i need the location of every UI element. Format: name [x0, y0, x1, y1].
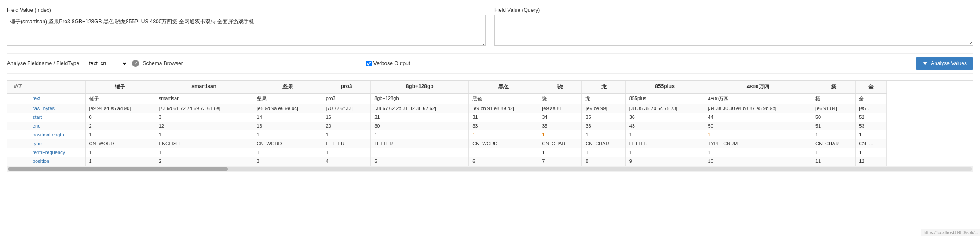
val-type-she: CN_CHAR	[812, 139, 855, 148]
help-icon[interactable]: ?	[132, 60, 139, 67]
val-termfreq-chui: 1	[85, 148, 155, 157]
val-termfreq-8gb: 1	[371, 148, 469, 157]
val-raw-4800: [34 38 30 30 e4 b8 87 e5 9b 9b]	[704, 104, 812, 113]
ikt-cell-end	[7, 122, 29, 130]
val-termfreq-quan: 1	[856, 148, 887, 157]
val-start-pro3: 16	[322, 113, 371, 122]
val-poslength-pro3: 1	[322, 130, 371, 139]
ikt-cell-pos	[7, 157, 29, 166]
filter-icon: ▼	[922, 60, 928, 67]
val-pos-pro3: 4	[322, 157, 371, 166]
table-row-termfreq: termFrequency 1 1 1 1 1 1 1 1 1 1 1 1	[7, 148, 887, 157]
analyse-row: Analyse Fieldname / FieldType: text_cn t…	[7, 53, 973, 74]
horizontal-scrollbar[interactable]	[7, 166, 973, 172]
table-row-end: end 2 12 16 20 30 33 35 36 43 50 51 53	[7, 122, 887, 130]
label-start: start	[29, 113, 85, 122]
main-container: Field Value (Index) 锤子(smartisan) 坚果Pro3…	[0, 0, 980, 236]
val-text-8gb: 8gb+128gb	[371, 94, 469, 104]
ikt-cell-type	[7, 139, 29, 148]
label-text: text	[29, 94, 85, 104]
table-container: IKT 锤子 smartisan 坚果 pro3 8gb+128gb 黑色 骁 …	[7, 80, 973, 166]
val-text-pro3: pro3	[322, 94, 371, 104]
val-text-jianguo: 坚果	[253, 94, 322, 104]
val-raw-quan: [e5…	[856, 104, 887, 113]
val-type-8gb: LETTER	[371, 139, 469, 148]
col-4800: 4800万四	[704, 81, 812, 94]
field-value-query-box: Field Value (Query)	[494, 7, 973, 47]
analyse-button-label: Analyse Values	[931, 60, 967, 66]
val-type-long: CN_CHAR	[582, 139, 625, 148]
val-end-heise: 33	[469, 122, 538, 130]
field-value-query-textarea[interactable]	[494, 15, 973, 46]
analyse-label: Analyse Fieldname / FieldType:	[7, 60, 80, 66]
analyse-values-button[interactable]: ▼ Analyse Values	[916, 57, 973, 70]
ikt-cell-termfreq	[7, 148, 29, 157]
val-pos-jianguo: 3	[253, 157, 322, 166]
val-pos-855: 9	[625, 157, 704, 166]
val-end-chui: 2	[85, 122, 155, 130]
val-end-8gb: 30	[371, 122, 469, 130]
scrollbar-thumb[interactable]	[8, 167, 228, 171]
status-url: https://localhost:8983/solr/...	[923, 230, 978, 235]
val-type-quan: CN_…	[856, 139, 887, 148]
scrollbar-track	[8, 167, 972, 171]
val-poslength-chui: 1	[85, 130, 155, 139]
verbose-output-container: Verbose Output	[366, 60, 410, 66]
val-pos-xiao: 7	[538, 157, 582, 166]
val-pos-8gb: 5	[371, 157, 469, 166]
verbose-output-checkbox[interactable]	[366, 61, 372, 66]
val-poslength-4800: 1	[704, 130, 812, 139]
field-value-index-label: Field Value (Index)	[7, 7, 486, 13]
field-value-index-box: Field Value (Index) 锤子(smartisan) 坚果Pro3…	[7, 7, 486, 47]
val-end-smartisan: 12	[155, 122, 253, 130]
col-855plus: 855plus	[625, 81, 704, 94]
val-start-4800: 44	[704, 113, 812, 122]
col-quan: 全	[856, 81, 887, 94]
val-start-long: 35	[582, 113, 625, 122]
col-ikt: IKT	[7, 81, 29, 94]
val-raw-jianguo: [e5 9d 9a e6 9e 9c]	[253, 104, 322, 113]
val-poslength-smartisan: 1	[155, 130, 253, 139]
val-type-chui: CN_WORD	[85, 139, 155, 148]
table-row-start: start 0 3 14 16 21 31 34 35 36 44 50 52	[7, 113, 887, 122]
val-start-chui: 0	[85, 113, 155, 122]
field-value-index-textarea[interactable]: 锤子(smartisan) 坚果Pro3 8GB+128GB 黑色 骁龙855P…	[7, 15, 486, 46]
val-pos-smartisan: 2	[155, 157, 253, 166]
label-position: position	[29, 157, 85, 166]
val-raw-xiao: [e9 aa 81]	[538, 104, 582, 113]
ikt-cell-text	[7, 94, 29, 104]
val-start-855: 36	[625, 113, 704, 122]
val-type-heise: CN_WORD	[469, 139, 538, 148]
val-poslength-jianguo: 1	[253, 130, 322, 139]
col-long: 龙	[582, 81, 625, 94]
label-termfreq: termFrequency	[29, 148, 85, 157]
val-text-xiao: 骁	[538, 94, 582, 104]
val-poslength-long: 1	[582, 130, 625, 139]
col-jianguo: 坚果	[253, 81, 322, 94]
table-row-type: type CN_WORD ENGLISH CN_WORD LETTER LETT…	[7, 139, 887, 148]
table-row-raw-bytes: raw_bytes [e9 94 a4 e5 ad 90] [73 6d 61 …	[7, 104, 887, 113]
col-xiao: 骁	[538, 81, 582, 94]
val-end-855: 43	[625, 122, 704, 130]
ikt-cell-raw	[7, 104, 29, 113]
fieldtype-select[interactable]: text_cn text string text_general	[84, 58, 128, 69]
table-row-position: position 1 2 3 4 5 6 7 8 9 10 11 12	[7, 157, 887, 166]
ikt-cell-start	[7, 113, 29, 122]
verbose-output-label: Verbose Output	[373, 60, 410, 66]
val-poslength-8gb: 1	[371, 130, 469, 139]
val-raw-long: [e9 be 99]	[582, 104, 625, 113]
val-termfreq-pro3: 1	[322, 148, 371, 157]
val-termfreq-855: 1	[625, 148, 704, 157]
val-termfreq-she: 1	[812, 148, 855, 157]
val-start-jianguo: 14	[253, 113, 322, 122]
val-type-smartisan: ENGLISH	[155, 139, 253, 148]
val-raw-8gb: [38 67 62 2b 31 32 38 67 62]	[371, 104, 469, 113]
val-pos-chui: 1	[85, 157, 155, 166]
val-termfreq-heise: 1	[469, 148, 538, 157]
schema-browser-link[interactable]: Schema Browser	[143, 60, 183, 66]
val-raw-pro3: [70 72 6f 33]	[322, 104, 371, 113]
val-termfreq-xiao: 1	[538, 148, 582, 157]
col-chui: 锤子	[85, 81, 155, 94]
table-header-row: IKT 锤子 smartisan 坚果 pro3 8gb+128gb 黑色 骁 …	[7, 81, 887, 94]
val-pos-4800: 10	[704, 157, 812, 166]
